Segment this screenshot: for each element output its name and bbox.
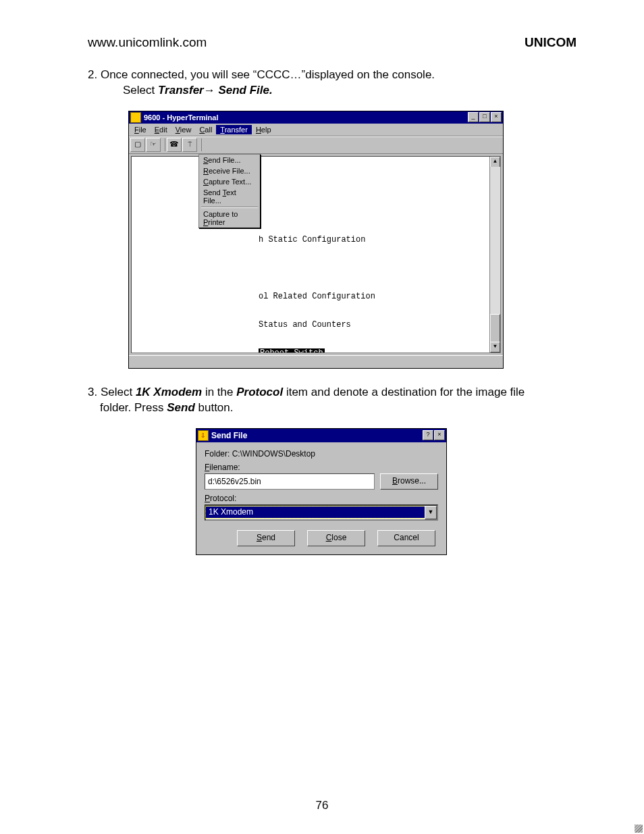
terminal[interactable]: ▲ ▼ h Static Configuration ol Related Co… xyxy=(131,156,501,353)
close-dialog-button[interactable]: Close xyxy=(307,530,365,546)
menu-bar: File Edit View Call Transfer Help xyxy=(129,124,503,136)
filename-input[interactable]: d:\6526v25.bin xyxy=(205,473,375,490)
menu-send-text-file[interactable]: Send Text File... xyxy=(199,187,260,206)
step-text: Select xyxy=(123,84,158,97)
em: Protocol xyxy=(236,386,283,398)
menu-path-transfer: Transfer xyxy=(158,84,204,97)
cancel-button[interactable]: Cancel xyxy=(377,530,435,546)
terminal-line: ol Related Configuration xyxy=(136,292,500,301)
transfer-dropdown: Send File... Receive File... Capture Tex… xyxy=(198,154,261,228)
step-text: button. xyxy=(195,401,234,414)
hyperterminal-window: 9600 - HyperTerminal _ □ × File Edit Vie… xyxy=(128,111,504,369)
send-file-dialog: ⇩ Send File ? × Folder: C:\WINDOWS\Deskt… xyxy=(196,428,447,555)
page-number: 76 xyxy=(0,799,644,812)
menu-path-sendfile: Send File. xyxy=(215,84,273,97)
disconnect-icon[interactable]: ⍑ xyxy=(182,138,197,152)
browse-button[interactable]: Browse... xyxy=(380,473,438,490)
close-button[interactable]: × xyxy=(434,430,445,440)
menu-help[interactable]: Help xyxy=(252,125,275,134)
terminal-line: Reboot Switch xyxy=(136,348,500,353)
arrow-icon: → xyxy=(204,84,215,97)
step-text: item and denote a destination for the im… xyxy=(283,386,525,398)
new-icon[interactable]: ▢ xyxy=(130,138,145,152)
menu-capture-printer[interactable]: Capture to Printer xyxy=(199,209,260,228)
open-icon[interactable]: ☞ xyxy=(146,138,161,152)
app-icon xyxy=(130,112,141,123)
close-button[interactable]: × xyxy=(491,112,502,122)
protocol-label: Protocol: xyxy=(205,494,438,503)
menu-edit[interactable]: Edit xyxy=(151,125,171,134)
toolbar: ▢ ☞ ☎ ⍑ xyxy=(129,136,503,154)
protocol-value: 1K Xmodem xyxy=(206,506,425,518)
step-number: 3. xyxy=(88,386,97,398)
dialog-title: Send File xyxy=(211,431,423,440)
step-text: Once connected, you will see “CCCC…”disp… xyxy=(101,68,435,81)
chevron-down-icon[interactable]: ▼ xyxy=(425,506,437,519)
em: Send xyxy=(167,401,195,414)
step-number: 2. xyxy=(88,68,97,81)
menu-view[interactable]: View xyxy=(171,125,196,134)
title-bar[interactable]: 9600 - HyperTerminal _ □ × xyxy=(129,111,503,124)
status-bar xyxy=(129,355,503,368)
step-text: in the xyxy=(202,386,236,398)
separator xyxy=(198,138,202,151)
separator xyxy=(201,207,258,208)
menu-file[interactable]: File xyxy=(130,125,151,134)
send-button[interactable]: Send xyxy=(237,530,295,546)
menu-capture-text[interactable]: Capture Text... xyxy=(199,176,260,187)
help-button[interactable]: ? xyxy=(423,430,433,440)
terminal-line: Status and Counters xyxy=(136,320,500,330)
step-text: Select xyxy=(101,386,136,398)
window-title: 9600 - HyperTerminal xyxy=(144,113,468,122)
maximize-button[interactable]: □ xyxy=(479,112,490,122)
header-url: www.unicomlink.com xyxy=(88,35,207,50)
menu-receive-file[interactable]: Receive File... xyxy=(199,165,260,176)
protocol-select[interactable]: 1K Xmodem ▼ xyxy=(205,504,438,521)
filename-label: Filename: xyxy=(205,463,438,472)
step-3: 3. Select 1K Xmodem in the Protocol item… xyxy=(88,385,576,416)
folder-label: Folder: C:\WINDOWS\Desktop xyxy=(205,449,438,459)
dialog-title-bar[interactable]: ⇩ Send File ? × xyxy=(196,429,446,442)
menu-transfer[interactable]: Transfer xyxy=(216,125,252,134)
dialog-icon: ⇩ xyxy=(198,430,209,441)
resize-grip[interactable] xyxy=(635,825,643,833)
separator xyxy=(162,138,165,151)
step-text: folder. Press xyxy=(100,401,167,414)
menu-call[interactable]: Call xyxy=(195,125,216,134)
header-brand: UNICOM xyxy=(525,35,576,50)
terminal-line: h Static Configuration xyxy=(136,235,500,244)
step-2: 2. Once connected, you will see “CCCC…”d… xyxy=(88,68,576,99)
connect-icon[interactable]: ☎ xyxy=(167,138,182,152)
minimize-button[interactable]: _ xyxy=(468,112,479,122)
menu-send-file[interactable]: Send File... xyxy=(199,155,260,165)
em: 1K Xmodem xyxy=(136,386,202,398)
